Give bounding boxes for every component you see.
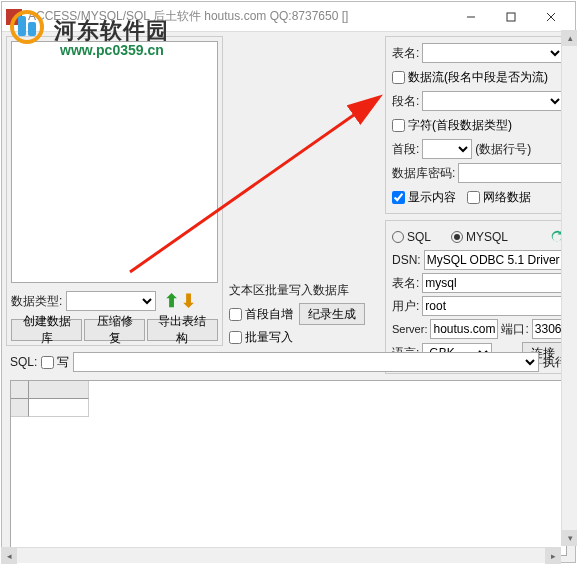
first-field-select[interactable] [422,139,472,159]
field-name-label: 段名: [392,93,419,110]
vertical-scrollbar[interactable]: ▴ ▾ [561,30,577,546]
data-type-select[interactable] [66,291,156,311]
auto-increment-checkbox[interactable]: 首段自增 [229,306,293,323]
grid-cell[interactable] [29,399,89,417]
result-grid[interactable] [10,380,567,556]
titlebar: ACCESS/MYSQL/SQL 后土软件 houtus.com QQ:8737… [2,2,575,32]
window-title: ACCESS/MYSQL/SQL 后土软件 houtus.com QQ:8737… [28,8,451,25]
scroll-down-button[interactable]: ▾ [562,530,577,546]
batch-write-label: 文本区批量写入数据库 [229,282,379,299]
text-area[interactable] [11,41,218,283]
move-arrows: ⬆ ⬇ [160,290,200,312]
conn-table-label: 表名: [392,275,419,292]
scroll-right-button[interactable]: ▸ [545,548,561,564]
left-pane: 数据类型: ⬆ ⬇ 创建数据库 压缩修复 导出表结构 [6,36,223,346]
port-label: 端口: [501,321,528,338]
svg-rect-1 [507,13,515,21]
user-label: 用户: [392,298,419,315]
grid-row-header[interactable] [11,399,29,417]
horizontal-scrollbar[interactable]: ◂ ▸ [1,547,561,563]
data-row-no-label: (数据行号) [475,141,531,158]
scroll-left-button[interactable]: ◂ [1,548,17,564]
grid-header-cell[interactable] [29,381,89,399]
data-type-label: 数据类型: [11,293,62,310]
char-type-checkbox[interactable]: 字符(首段数据类型) [392,117,512,134]
batch-write-checkbox[interactable]: 批量写入 [229,329,379,346]
sql-label: SQL: [10,355,37,369]
grid-corner [11,381,29,399]
create-db-button[interactable]: 创建数据库 [11,319,82,341]
sql-write-checkbox[interactable]: 写 [41,354,69,371]
maximize-button[interactable] [491,3,531,31]
first-field-label: 首段: [392,141,419,158]
db-password-label: 数据库密码: [392,165,455,182]
minimize-button[interactable] [451,3,491,31]
data-flow-checkbox[interactable]: 数据流(段名中段是否为流) [392,69,548,86]
dsn-label: DSN: [392,253,421,267]
export-structure-button[interactable]: 导出表结构 [147,319,218,341]
app-icon [6,9,22,25]
table-name-label: 表名: [392,45,419,62]
compress-repair-button[interactable]: 压缩修复 [84,319,145,341]
table-settings-panel: 表名: 数据流(段名中段是否为流) 段名: 字符(首段数据类型) 首段: [385,36,571,214]
db-password-input[interactable] [458,163,577,183]
arrow-up-icon[interactable]: ⬆ [164,290,179,312]
sql-combo[interactable] [73,352,539,372]
network-data-checkbox[interactable]: 网络数据 [467,189,531,206]
field-name-select[interactable] [422,91,564,111]
server-label: Server: [392,323,427,335]
dsn-input[interactable] [424,250,577,270]
user-input[interactable] [422,296,577,316]
close-button[interactable] [531,3,571,31]
conn-table-input[interactable] [422,273,577,293]
server-input[interactable] [430,319,498,339]
show-content-checkbox[interactable]: 显示内容 [392,189,456,206]
scroll-up-button[interactable]: ▴ [562,30,577,46]
arrow-down-icon[interactable]: ⬇ [181,290,196,312]
table-name-select[interactable] [422,43,564,63]
generate-record-button[interactable]: 纪录生成 [299,303,365,325]
mysql-radio[interactable] [451,231,463,243]
sql-radio[interactable] [392,231,404,243]
